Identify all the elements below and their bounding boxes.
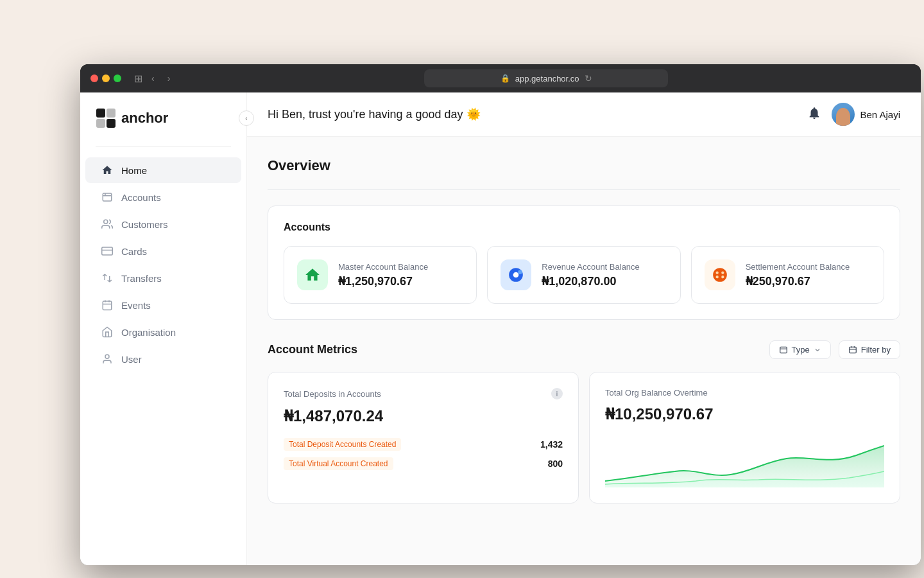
sidebar-item-cards-label: Cards <box>121 246 147 257</box>
metric-org-amount: ₦10,250,970.67 <box>605 405 884 423</box>
user-icon <box>101 353 114 365</box>
metrics-title: Account Metrics <box>268 343 357 356</box>
svg-rect-0 <box>96 109 105 118</box>
accounts-section: Accounts Master Account Balance ₦1,250,9… <box>268 206 900 320</box>
sidebar-item-organisation-label: Organisation <box>121 327 176 338</box>
settlement-account-info: Settlement Account Balance ₦250,970.67 <box>746 262 850 288</box>
collapse-sidebar-button[interactable]: ‹ <box>239 110 254 126</box>
svg-rect-23 <box>780 347 787 353</box>
greeting-text: Hi Ben, trust you're having a good day 🌞 <box>268 107 481 121</box>
accounts-icon <box>101 191 114 204</box>
sidebar-item-user[interactable]: User <box>85 346 241 372</box>
metric-card-org-header: Total Org Balance Overtime <box>605 388 884 398</box>
svg-rect-8 <box>102 247 113 255</box>
sidebar-item-customers[interactable]: Customers <box>85 211 241 237</box>
svg-point-20 <box>721 272 724 274</box>
events-icon <box>101 299 114 311</box>
metric-row-deposit-accounts: Total Deposit Accounts Created 1,432 <box>284 438 563 451</box>
forward-button[interactable]: › <box>164 72 175 85</box>
org-balance-chart <box>605 436 884 487</box>
svg-point-19 <box>715 272 718 274</box>
section-divider <box>268 189 900 190</box>
account-cards: Master Account Balance ₦1,250,970.67 Rev… <box>284 246 884 304</box>
filter-button-label: Filter by <box>861 345 891 355</box>
svg-rect-3 <box>107 119 116 128</box>
metric-card-org-balance: Total Org Balance Overtime ₦10,250,970.6… <box>589 372 900 504</box>
svg-rect-4 <box>103 193 112 201</box>
svg-point-14 <box>105 355 109 358</box>
sidebar-item-organisation[interactable]: Organisation <box>85 319 241 345</box>
accounts-section-title: Accounts <box>284 222 884 233</box>
account-card-master[interactable]: Master Account Balance ₦1,250,970.67 <box>284 246 477 304</box>
home-icon <box>101 164 114 177</box>
svg-point-18 <box>713 268 727 282</box>
sidebar-item-home-label: Home <box>121 165 147 176</box>
security-icon: 🔒 <box>501 74 510 83</box>
avatar <box>832 103 855 126</box>
transfers-icon <box>101 272 114 285</box>
sidebar-item-events[interactable]: Events <box>85 292 241 318</box>
sidebar-item-user-label: User <box>121 354 142 365</box>
cards-icon <box>101 245 114 258</box>
account-card-settlement[interactable]: Settlement Account Balance ₦250,970.67 <box>691 246 884 304</box>
sidebar-item-customers-label: Customers <box>121 219 168 230</box>
account-card-revenue[interactable]: Revenue Account Balance ₦1,020,870.00 <box>487 246 680 304</box>
maximize-button[interactable] <box>114 74 121 82</box>
sidebar-item-events-label: Events <box>121 300 151 311</box>
deposits-info-icon[interactable]: i <box>551 388 563 399</box>
svg-rect-25 <box>850 347 857 353</box>
minimize-button[interactable] <box>102 74 110 82</box>
logo-area: anchor <box>80 108 246 141</box>
metric-row-virtual-accounts: Total Virtual Account Created 800 <box>284 457 563 470</box>
user-info[interactable]: Ben Ajayi <box>832 103 900 126</box>
master-account-info: Master Account Balance ₦1,250,970.67 <box>338 262 428 288</box>
deposit-accounts-tag: Total Deposit Accounts Created <box>284 438 401 451</box>
sidebar-toggle-icon[interactable]: ⊞ <box>134 73 142 85</box>
user-name: Ben Ajayi <box>860 109 900 120</box>
close-button[interactable] <box>90 74 98 82</box>
url-text: app.getanchor.co <box>515 74 579 83</box>
content-area: Overview Accounts Master Account Balance <box>247 137 921 524</box>
address-bar[interactable]: 🔒 app.getanchor.co ↻ <box>424 69 668 87</box>
type-filter-button[interactable]: Type <box>769 340 831 359</box>
metric-card-deposits-title: Total Deposits in Accounts <box>284 389 381 399</box>
browser-chrome: ⊞ ‹ › 🔒 app.getanchor.co ↻ <box>80 64 921 92</box>
traffic-lights <box>90 74 121 82</box>
metrics-header: Account Metrics Type Filter by <box>268 340 900 359</box>
settlement-account-icon <box>705 259 735 290</box>
revenue-account-icon <box>501 259 531 290</box>
browser-controls: ⊞ ‹ › <box>132 72 174 85</box>
metrics-controls: Type Filter by <box>769 340 900 359</box>
deposit-accounts-count: 1,432 <box>540 439 563 450</box>
address-bar-container: 🔒 app.getanchor.co ↻ <box>182 69 911 87</box>
revenue-account-info: Revenue Account Balance ₦1,020,870.00 <box>542 262 640 288</box>
sidebar-item-transfers[interactable]: Transfers <box>85 265 241 291</box>
refresh-button[interactable]: ↻ <box>585 73 592 83</box>
main-content: Hi Ben, trust you're having a good day 🌞… <box>247 92 921 565</box>
app-name: anchor <box>121 110 168 127</box>
sidebar-item-home[interactable]: Home <box>85 157 241 183</box>
overview-title: Overview <box>268 157 900 174</box>
svg-point-16 <box>513 272 519 278</box>
sidebar-item-accounts[interactable]: Accounts <box>85 184 241 210</box>
browser-window: ⊞ ‹ › 🔒 app.getanchor.co ↻ anchor <box>80 64 921 565</box>
master-account-label: Master Account Balance <box>338 262 428 272</box>
notifications-button[interactable] <box>807 106 821 123</box>
revenue-account-amount: ₦1,020,870.00 <box>542 274 640 288</box>
chart-area <box>605 436 884 487</box>
svg-rect-2 <box>96 119 105 128</box>
svg-point-22 <box>721 276 724 278</box>
type-button-label: Type <box>792 345 810 355</box>
metric-deposits-amount: ₦1,487,070.24 <box>284 407 563 425</box>
metric-card-org-title: Total Org Balance Overtime <box>605 388 708 398</box>
sidebar-item-transfers-label: Transfers <box>121 273 162 284</box>
svg-rect-1 <box>107 109 116 118</box>
sidebar-divider <box>96 146 231 147</box>
filter-button[interactable]: Filter by <box>839 340 900 359</box>
settlement-account-amount: ₦250,970.67 <box>746 274 850 288</box>
metric-card-deposits-header: Total Deposits in Accounts i <box>284 388 563 399</box>
svg-point-21 <box>715 276 718 278</box>
back-button[interactable]: ‹ <box>148 72 158 85</box>
logo-icon <box>96 108 116 128</box>
sidebar-item-cards[interactable]: Cards <box>85 238 241 264</box>
